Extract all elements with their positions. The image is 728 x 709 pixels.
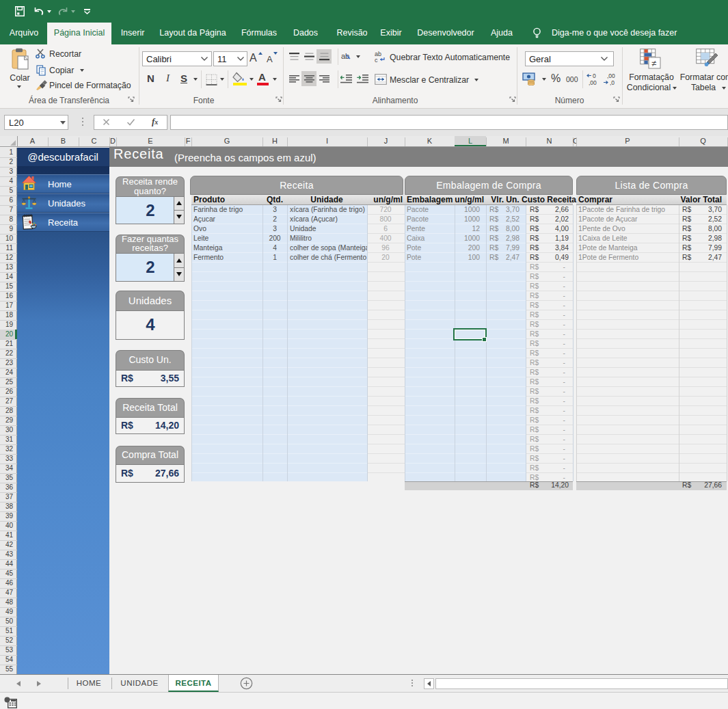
svg-text:ab: ab	[341, 52, 349, 60]
svg-text:c: c	[375, 57, 378, 63]
svg-text:≠: ≠	[651, 58, 656, 68]
svg-text:,0: ,0	[610, 79, 615, 86]
svg-text:,00: ,00	[589, 79, 597, 86]
svg-text:0: 0	[593, 72, 596, 79]
svg-text:,00: ,00	[607, 72, 615, 79]
